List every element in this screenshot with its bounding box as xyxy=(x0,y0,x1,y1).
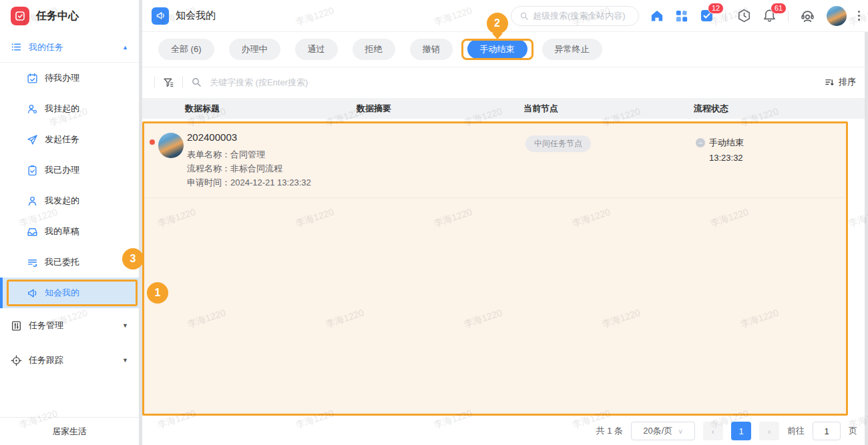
person-icon xyxy=(27,195,38,207)
user-avatar[interactable] xyxy=(827,6,847,26)
more-menu-icon[interactable] xyxy=(858,11,860,21)
topbar-actions: 12 61 xyxy=(511,6,860,26)
page-megaphone-icon xyxy=(152,7,169,25)
chevron-up-icon: ▲ xyxy=(122,44,128,51)
sidebar-item-label: 待我办理 xyxy=(45,72,79,84)
sidebar-item-suspended[interactable]: 我挂起的 xyxy=(0,93,139,124)
status-text: 手动结束 xyxy=(709,137,744,149)
sidebar-item-initiated-by-me[interactable]: 我发起的 xyxy=(0,185,139,216)
tab-approved[interactable]: 通过 xyxy=(295,39,338,60)
sidebar: 任务中心 我的任务 ▲ 待我办理 我挂起的 发起任务 我已办理 我发起的 xyxy=(0,0,142,445)
tab-abnormal-termination[interactable]: 异常终止 xyxy=(542,39,602,60)
delegate-icon xyxy=(27,257,38,268)
divider xyxy=(788,10,789,22)
megaphone-icon xyxy=(27,288,38,299)
history-clock-icon[interactable] xyxy=(737,9,751,23)
sidebar-item-delegated[interactable]: 我已委托 xyxy=(0,247,139,278)
divider xyxy=(182,76,183,88)
row-form-name: 表单名称：合同管理 xyxy=(187,147,359,161)
todo-check-icon[interactable]: 12 xyxy=(700,9,714,23)
sidebar-item-todo[interactable]: 待我办理 xyxy=(0,63,139,93)
tab-manually-ended-wrap: 手动结束 2 xyxy=(467,43,527,55)
sort-icon xyxy=(825,77,835,87)
sidebar-group-task-tracking[interactable]: 任务跟踪 ▼ xyxy=(0,343,139,378)
sidebar-item-label: 发起任务 xyxy=(45,133,79,145)
sidebar-item-label: 我已办理 xyxy=(45,164,79,176)
calendar-task-icon xyxy=(27,73,38,84)
sidebar-group-label: 任务管理 xyxy=(29,320,63,332)
col-data-summary: 数据摘要 xyxy=(357,103,523,115)
chevron-down-icon: ▼ xyxy=(122,357,128,364)
annotation-pointer xyxy=(492,33,503,39)
sidebar-item-label: 我发起的 xyxy=(45,195,79,207)
keyword-search-icon xyxy=(191,77,202,87)
sidebar-item-label: 我挂起的 xyxy=(45,103,79,115)
goto-suffix: 页 xyxy=(849,425,857,437)
annotation-callout-3: 3 xyxy=(122,248,144,270)
current-page-button[interactable]: 1 xyxy=(731,422,751,440)
global-search[interactable] xyxy=(511,6,639,26)
col-data-title: 数据标题 xyxy=(185,103,357,115)
search-icon xyxy=(519,11,529,21)
app-title: 任务中心 xyxy=(36,9,79,23)
person-pause-icon xyxy=(27,103,38,115)
sidebar-group-label: 任务跟踪 xyxy=(29,354,63,366)
sidebar-item-label: 我的草稿 xyxy=(45,226,79,238)
app-window: 任务中心 我的任务 ▲ 待我办理 我挂起的 发起任务 我已办理 我发起的 xyxy=(0,0,868,445)
divider xyxy=(725,10,726,22)
sidebar-item-handled[interactable]: 我已办理 xyxy=(0,155,139,185)
sidebar-item-drafts[interactable]: 我的草稿 xyxy=(0,216,139,247)
status-time: 13:23:32 xyxy=(696,153,846,163)
sort-label: 排序 xyxy=(839,76,856,88)
annotation-callout-2: 2 xyxy=(487,13,508,34)
tab-revoked[interactable]: 撤销 xyxy=(410,39,453,60)
divider xyxy=(154,76,155,88)
sidebar-item-initiate-task[interactable]: 发起任务 xyxy=(0,124,139,155)
app-logo: 任务中心 xyxy=(0,0,139,32)
main-area: 知会我的 12 xyxy=(142,0,868,445)
prev-page-button[interactable]: ‹ xyxy=(703,422,723,440)
cell-data-title: 202400003 表单名称：合同管理 流程名称：非标合同流程 申请时间：202… xyxy=(187,131,359,189)
annotation-callout-1: 1 xyxy=(147,282,168,304)
goto-page-input[interactable] xyxy=(813,422,841,440)
notification-count-badge: 61 xyxy=(771,3,787,14)
tab-in-progress[interactable]: 办理中 xyxy=(229,39,280,60)
global-search-input[interactable] xyxy=(533,11,630,21)
current-node-tag: 中间任务节点 xyxy=(525,135,591,152)
list-icon xyxy=(11,41,22,53)
row-title[interactable]: 202400003 xyxy=(187,131,359,143)
page-size-select[interactable]: 20条/页 ∨ xyxy=(631,422,695,440)
scrollbar[interactable] xyxy=(865,32,868,445)
table-row[interactable]: 202400003 表单名称：合同管理 流程名称：非标合同流程 申请时间：202… xyxy=(144,123,846,198)
total-count: 共 1 条 xyxy=(596,425,623,437)
drafts-inbox-icon xyxy=(27,226,38,238)
list-area: 202400003 表单名称：合同管理 流程名称：非标合同流程 申请时间：202… xyxy=(142,119,868,417)
sort-control[interactable]: 排序 xyxy=(825,76,856,88)
goto-label: 前往 xyxy=(787,425,805,437)
sidebar-item-cc-to-me[interactable]: 知会我的 1 xyxy=(0,278,139,308)
footer-label: 居家生活 xyxy=(52,426,87,438)
tab-rejected[interactable]: 拒绝 xyxy=(353,39,395,60)
sidebar-footer[interactable]: 居家生活 xyxy=(0,417,139,445)
sliders-icon xyxy=(11,320,22,332)
page-title: 知会我的 xyxy=(176,9,216,22)
filter-funnel-icon[interactable] xyxy=(163,77,174,88)
home-icon[interactable] xyxy=(650,9,664,23)
unread-dot xyxy=(150,139,155,145)
cell-current-node: 中间任务节点 xyxy=(525,131,696,189)
task-center-logo-icon xyxy=(11,7,29,25)
target-icon xyxy=(11,355,22,366)
tab-manually-ended[interactable]: 手动结束 xyxy=(467,39,527,59)
list-toolbar: 排序 xyxy=(142,67,868,97)
tab-all[interactable]: 全部 (6) xyxy=(158,39,214,60)
sidebar-group-task-management[interactable]: 任务管理 ▼ xyxy=(0,308,139,343)
apps-grid-icon[interactable] xyxy=(675,9,688,23)
sidebar-group-my-tasks[interactable]: 我的任务 ▲ xyxy=(0,32,139,63)
page-size-value: 20条/页 xyxy=(643,425,672,437)
chevron-down-icon: ▼ xyxy=(122,322,128,329)
notifications-bell-icon[interactable]: 61 xyxy=(763,9,777,23)
keyword-search-input[interactable] xyxy=(210,77,817,87)
pagination-bar: 共 1 条 20条/页 ∨ ‹ 1 › 前往 页 xyxy=(142,417,868,445)
customer-service-icon[interactable] xyxy=(800,8,815,23)
next-page-button[interactable]: › xyxy=(759,422,779,440)
